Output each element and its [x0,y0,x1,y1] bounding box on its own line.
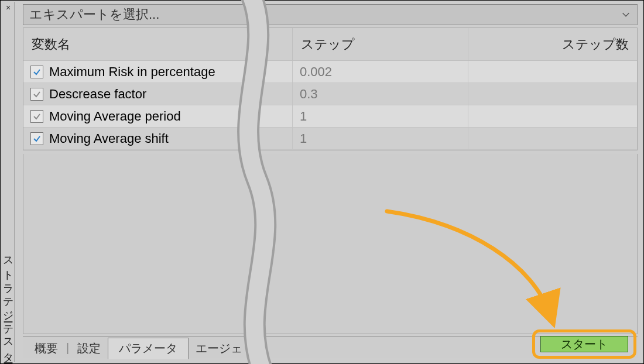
checkmark-icon [32,112,42,121]
expert-select-dropdown[interactable]: エキスパートを選択... [23,4,638,25]
checkbox[interactable] [30,132,43,145]
expert-select-placeholder: エキスパートを選択... [29,6,159,23]
param-count[interactable] [468,83,637,105]
close-icon[interactable]: × [2,3,15,12]
checkbox[interactable] [30,88,43,101]
app-window: × ストラテジーテスター エキスパートを選択... 変数名 ステップ ステップ数 [0,0,644,364]
panel-title: ストラテジーテスター [2,32,15,360]
param-name: Descrease factor [49,87,146,102]
param-name: Maximum Risk in percentage [49,64,215,80]
tab-agents[interactable]: エージェ [189,338,249,358]
checkmark-icon [32,134,42,143]
param-count[interactable] [468,61,637,83]
start-button-highlight: スタート [532,329,636,359]
tab-settings[interactable]: 設定 [70,338,108,358]
tab-separator: | [65,341,70,355]
table-row[interactable]: Descrease factor 0.3 [23,83,637,105]
table-body: Maximum Risk in percentage 0.002 Descrea… [23,61,637,150]
param-name: Moving Average shift [49,131,169,146]
checkmark-icon [32,67,42,77]
tab-parameters[interactable]: パラメータ [108,338,189,359]
col-header-count[interactable]: ステップ数 [468,28,637,60]
param-step[interactable]: 0.002 [293,61,468,83]
start-button[interactable]: スタート [540,336,628,352]
table-row[interactable]: Moving Average period 1 [23,105,637,128]
chevron-down-icon [621,9,631,20]
tab-overview[interactable]: 概要 [28,338,65,358]
empty-area [23,154,638,334]
checkbox[interactable] [30,66,43,78]
param-step[interactable]: 0.3 [293,83,468,105]
parameters-table: 変数名 ステップ ステップ数 Maximum Risk in percentag… [23,28,638,150]
table-row[interactable]: Moving Average shift 1 [23,128,637,150]
table-header-row: 変数名 ステップ ステップ数 [23,28,637,61]
param-step[interactable]: 1 [293,105,468,127]
param-step[interactable]: 1 [293,128,468,149]
param-name: Moving Average period [49,109,181,124]
col-header-step[interactable]: ステップ [293,28,468,60]
main-panel: エキスパートを選択... 変数名 ステップ ステップ数 Maximum Risk… [15,2,642,362]
param-count[interactable] [468,105,637,127]
checkmark-icon [32,90,42,99]
checkbox[interactable] [30,110,43,123]
param-count[interactable] [468,128,637,149]
col-header-name[interactable]: 変数名 [23,28,293,60]
table-row[interactable]: Maximum Risk in percentage 0.002 [23,61,637,83]
side-title-bar: × ストラテジーテスター [2,2,15,362]
